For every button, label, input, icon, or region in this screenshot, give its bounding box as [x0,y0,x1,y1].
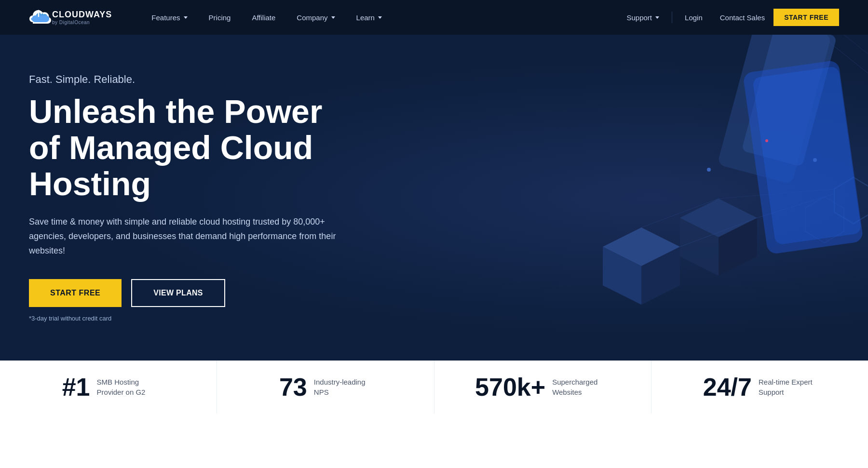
navbar: CLOUDWAYS by DigitalOcean Features Prici… [0,0,868,35]
nav-pricing[interactable]: Pricing [198,0,242,35]
chevron-down-icon [655,16,659,19]
chevron-down-icon [378,16,382,19]
stat-label-nps: Industry-leading NPS [314,377,372,397]
svg-rect-0 [32,15,49,22]
hero-buttons: START FREE VIEW PLANS [29,279,347,307]
hero-view-plans-button[interactable]: VIEW PLANS [131,279,225,307]
stat-support: 24/7 Real-time Expert Support [651,361,868,414]
brand-name: CLOUDWAYS [52,10,112,20]
cloudways-logo-icon [29,9,52,26]
hero-trial-note: *3-day trial without credit card [29,315,347,322]
hero-title: Unleash the Power of Managed Cloud Hosti… [29,94,347,201]
nav-links: Features Pricing Affiliate Company Learn [141,0,618,35]
stat-number-websites: 570k+ [475,374,545,400]
stat-number-nps: 73 [279,374,307,400]
nav-divider [672,12,672,23]
hero-start-free-button[interactable]: START FREE [29,279,122,307]
stat-nps: 73 Industry-leading NPS [217,361,434,414]
chevron-down-icon [184,16,188,19]
stat-number-smb: #1 [62,374,90,400]
stat-websites: 570k+ Supercharged Websites [434,361,651,414]
stat-number-support: 24/7 [703,374,752,400]
nav-right: Support Login Contact Sales START FREE [618,0,840,35]
nav-learn[interactable]: Learn [346,0,393,35]
stat-label-smb: SMB Hosting Provider on G2 [97,377,155,397]
stat-label-support: Real-time Expert Support [759,377,816,397]
nav-support[interactable]: Support [618,0,668,35]
stat-smb: #1 SMB Hosting Provider on G2 [0,361,217,414]
hero-description: Save time & money with simple and reliab… [29,215,347,258]
nav-affiliate[interactable]: Affiliate [241,0,286,35]
nav-start-free-button[interactable]: START FREE [773,9,839,26]
logo[interactable]: CLOUDWAYS by DigitalOcean [29,9,112,26]
hero-section: Fast. Simple. Reliable. Unleash the Powe… [0,35,868,361]
nav-login[interactable]: Login [676,0,711,35]
nav-contact-sales[interactable]: Contact Sales [711,0,773,35]
nav-features[interactable]: Features [141,0,198,35]
stats-bar: #1 SMB Hosting Provider on G2 73 Industr… [0,361,868,414]
hero-tagline: Fast. Simple. Reliable. [29,73,347,86]
hero-content: Fast. Simple. Reliable. Unleash the Powe… [0,35,376,361]
brand-tagline: by DigitalOcean [52,20,112,25]
chevron-down-icon [331,16,335,19]
nav-company[interactable]: Company [286,0,345,35]
stat-label-websites: Supercharged Websites [552,377,610,397]
